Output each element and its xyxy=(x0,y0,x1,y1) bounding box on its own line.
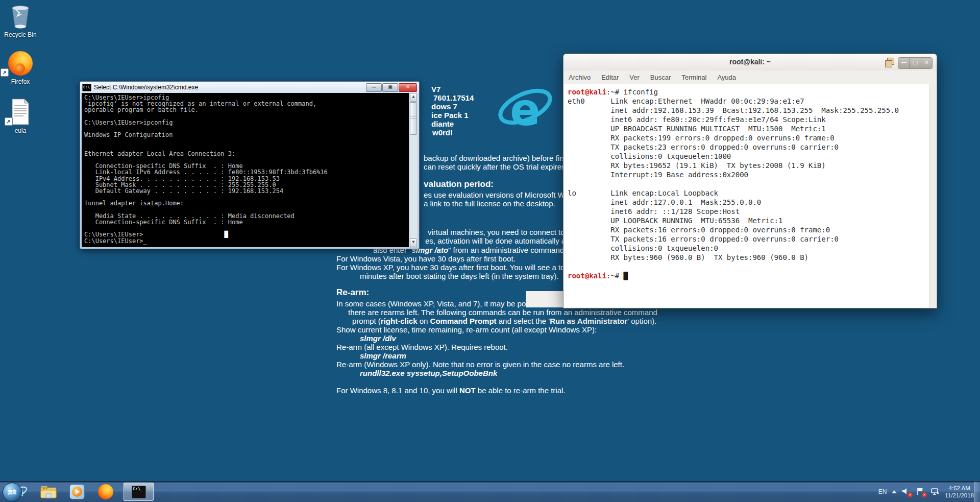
terminal-line: C:\Users\IEUser>_ xyxy=(84,238,409,244)
wallpaper-text: valuation period: xyxy=(424,180,494,188)
kali-menu-bar: ArchivoEditarVerBuscarTerminalAyuda xyxy=(564,70,937,84)
menu-item-ver[interactable]: Ver xyxy=(629,74,640,81)
wallpaper-text: rundll32.exe syssetup,SetupOobeBnk xyxy=(360,369,497,377)
kali-content[interactable]: root@kali:~# ifconfigeth0 Link encap:Eth… xyxy=(564,84,936,307)
terminal-line xyxy=(84,138,409,144)
terminal-line: eth0 Link encap:Ethernet HWaddr 00:0c:29… xyxy=(568,97,929,106)
menu-item-buscar[interactable]: Buscar xyxy=(650,74,671,81)
kali-output: root@kali:~# ifconfigeth0 Link encap:Eth… xyxy=(564,84,929,307)
terminal-line: UP LOOPBACK RUNNING MTU:65536 Metric:1 xyxy=(568,216,929,225)
cmd-title-bar[interactable]: C:\ Select C:\Windows\system32\cmd.exe —… xyxy=(80,82,419,93)
wallpaper-text: w0rd! xyxy=(432,128,453,137)
wallpaper-text: ice Pack 1 xyxy=(431,111,469,119)
wallpaper-text: slmgr /dlv xyxy=(360,334,396,343)
language-indicator[interactable]: EN xyxy=(878,488,887,495)
volume-muted-icon[interactable]: ✕ xyxy=(902,487,911,496)
maximize-button[interactable]: ▢ xyxy=(910,58,921,68)
show-hidden-icons-icon[interactable] xyxy=(892,490,897,493)
terminal-line: RX bytes:960 (960.0 B) TX bytes:960 (960… xyxy=(568,253,929,262)
wallpaper-text: prompt (right-click on Command Prompt an… xyxy=(352,317,656,325)
clock[interactable]: 4:52 AM 11/21/2018 xyxy=(945,485,974,499)
wallpaper-text: 7601.17514 xyxy=(433,93,474,102)
wallpaper-text: there are rearms left. The following com… xyxy=(348,308,657,317)
cmd-scrollbar[interactable]: ▲ ▼ xyxy=(409,93,418,247)
wallpaper-text: backup of downloaded archive) before fir… xyxy=(424,154,579,162)
menu-item-terminal[interactable]: Terminal xyxy=(681,74,706,81)
kali-title-bar[interactable]: root@kali: ~ — ▢ ✕ xyxy=(564,54,937,70)
terminal-line: TX packets:16 errors:0 dropped:0 overrun… xyxy=(568,234,929,244)
minimize-button[interactable]: — xyxy=(898,58,910,68)
wallpaper-text: es use evaluation versions of Microsoft … xyxy=(424,190,579,199)
cmd-output: C:\Users\IEUser>ipcofig'ipcofig' is not … xyxy=(82,93,409,247)
wallpaper-text: Re-arm: xyxy=(336,288,369,297)
taskbar-media-player-icon[interactable] xyxy=(68,483,86,500)
menu-item-ayuda[interactable]: Ayuda xyxy=(717,74,736,81)
taskbar: e C:\_ EN ✕ xyxy=(0,481,980,502)
wallpaper-text: For Windows Vista, you have 30 days afte… xyxy=(336,254,516,263)
wallpaper-text: es, activation will be done automaticall… xyxy=(425,236,583,245)
terminal-line: inet addr:127.0.0.1 Mask:255.0.0.0 xyxy=(568,198,929,207)
terminal-line: Ethernet adapter Local Area Connection 3… xyxy=(84,151,409,157)
terminal-line: collisions:0 txqueuelen:1000 xyxy=(568,152,929,161)
terminal-line: root@kali:~# ifconfig xyxy=(568,87,929,97)
terminal-line: inet addr:192.168.153.39 Bcast:192.168.1… xyxy=(568,106,929,115)
cmd-content[interactable]: C:\Users\IEUser>ipcofig'ipcofig' is not … xyxy=(82,93,418,247)
close-button[interactable]: ✕ xyxy=(921,58,932,68)
cmd-window: C:\ Select C:\Windows\system32\cmd.exe —… xyxy=(80,81,420,249)
cmd-app-icon: C:\ xyxy=(82,84,91,91)
maximize-button[interactable]: ▣ xyxy=(382,83,398,92)
terminal-line: Connection-specific DNS Suffix . : Home xyxy=(84,219,409,225)
action-center-flag-icon[interactable]: ✕ xyxy=(916,487,925,496)
terminal-line xyxy=(568,262,929,271)
minimize-button[interactable]: — xyxy=(366,83,382,92)
taskbar-firefox-icon[interactable] xyxy=(97,483,114,500)
wallpaper-text: Re-arm (all except Windows XP). Requires… xyxy=(336,343,508,351)
kali-window-title: root@kali: ~ xyxy=(564,58,937,66)
wallpaper-text: Re-arm (Windows XP only). Note that no e… xyxy=(336,360,624,369)
wallpaper-text: a link to the full license on the deskto… xyxy=(424,199,555,208)
terminal-line: Default Gateway . . . . . . . . . : 192.… xyxy=(84,188,409,194)
terminal-line: inet6 addr: ::1/128 Scope:Host xyxy=(568,207,929,216)
terminal-line: RX packets:16 errors:0 dropped:0 overrun… xyxy=(568,225,929,234)
cmd-icon: C:\_ xyxy=(132,486,146,498)
wallpaper-text: dows 7 xyxy=(431,102,457,111)
wallpaper-text: V7 xyxy=(431,85,440,93)
terminal-line: RX bytes:19652 (19.1 KiB) TX bytes:2008 … xyxy=(568,161,929,170)
menu-item-archivo[interactable]: Archivo xyxy=(569,74,591,81)
close-button[interactable]: ✕ xyxy=(399,83,417,92)
taskbar-explorer-icon[interactable] xyxy=(40,483,57,500)
kali-window-shadow-corner xyxy=(526,291,564,307)
tray-date: 11/21/2018 xyxy=(945,492,974,499)
network-icon[interactable] xyxy=(930,487,940,496)
wallpaper-text: minutes after boot stating the days left… xyxy=(360,272,558,280)
tray-time: 4:52 AM xyxy=(945,485,974,492)
wallpaper-text: For Windows 8, 8.1 and 10, you will NOT … xyxy=(336,386,566,395)
kali-scrollbar[interactable] xyxy=(929,84,936,307)
wallpaper-text: For Windows XP, you have 30 days after f… xyxy=(336,263,592,272)
show-desktop-button[interactable] xyxy=(974,482,980,502)
windows-logo-icon xyxy=(8,488,17,497)
menu-item-editar[interactable]: Editar xyxy=(601,74,619,81)
terminal-line: RX packets:199 errors:0 dropped:0 overru… xyxy=(568,133,929,142)
wallpaper-text: virtual machines, you need to connect to… xyxy=(428,228,586,236)
scroll-down-icon[interactable]: ▼ xyxy=(410,238,417,247)
terminal-line: Tunnel adapter isatap.Home: xyxy=(84,200,409,206)
pages-icon xyxy=(885,57,895,67)
terminal-line: lo Link encap:Local Loopback xyxy=(568,188,929,198)
taskbar-cmd-button[interactable]: C:\_ xyxy=(124,483,154,501)
scrollbar-thumb[interactable] xyxy=(410,102,417,135)
terminal-line: Windows IP Configuration xyxy=(84,132,409,138)
terminal-line xyxy=(568,179,929,188)
terminal-line: inet6 addr: fe80::20c:29ff:fe9a:e1e7/64 … xyxy=(568,115,929,124)
wallpaper-text: can reset quickly after the OS trial exp… xyxy=(424,162,568,171)
terminal-line: TX packets:23 errors:0 dropped:0 overrun… xyxy=(568,142,929,152)
wallpaper-text: diante xyxy=(431,119,454,128)
desktop: { "colors":{"desktop_bg":"#15547D","ie_l… xyxy=(0,0,980,502)
terminal-line: operable program or batch file. xyxy=(84,107,409,113)
start-button[interactable] xyxy=(3,483,22,502)
wallpaper-text: slmgr /rearm xyxy=(360,351,406,360)
terminal-line: Interrupt:19 Base address:0x2000 xyxy=(568,170,929,179)
cmd-window-title: Select C:\Windows\system32\cmd.exe xyxy=(94,84,365,91)
terminal-line: root@kali:~# █ xyxy=(568,271,929,280)
scroll-up-icon[interactable]: ▲ xyxy=(410,93,417,102)
